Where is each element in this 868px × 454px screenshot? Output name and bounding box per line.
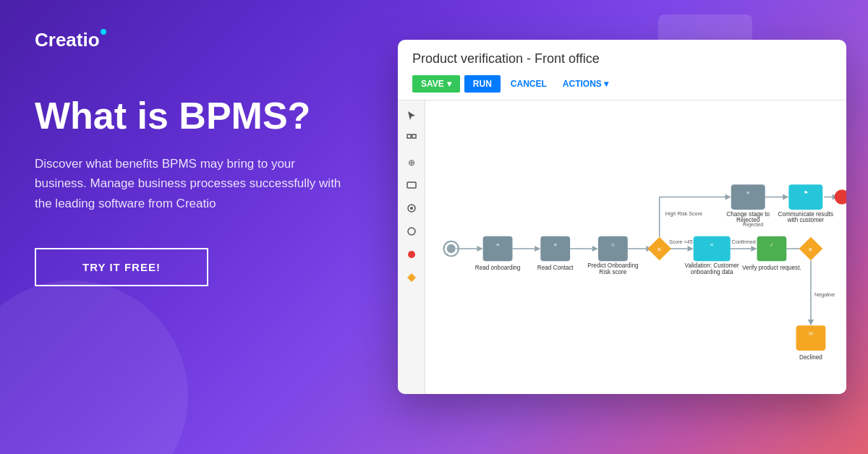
declined-node (796, 325, 826, 351)
svg-text:Read Contact: Read Contact (537, 265, 574, 271)
svg-text:Declined: Declined (799, 354, 822, 361)
cancel-button[interactable]: CANCEL (505, 75, 553, 93)
panel-header: Product verification - Front office SAVE… (398, 40, 846, 100)
cursor-tool[interactable] (402, 106, 421, 125)
svg-rect-3 (412, 134, 416, 138)
shape-tool[interactable] (402, 176, 421, 194)
predict-node (598, 236, 628, 262)
svg-text:Verify product request.: Verify product request. (742, 265, 801, 271)
svg-marker-37 (808, 320, 814, 325)
svg-text:⚑: ⚑ (804, 190, 808, 196)
toolbar: SAVE ▾ RUN CANCEL ACTIONS ▾ (412, 75, 832, 100)
svg-text:Predict Onboarding: Predict Onboarding (587, 262, 639, 269)
svg-text:Negative: Negative (814, 292, 835, 298)
svg-text:Read onboarding: Read onboarding (475, 265, 521, 271)
validation-node (694, 236, 731, 262)
headline: What is BPMS? (35, 95, 370, 137)
svg-point-8 (408, 228, 415, 235)
actions-button[interactable]: ACTIONS ▾ (557, 75, 614, 93)
svg-text:☺: ☺ (610, 242, 616, 248)
run-button[interactable]: RUN (464, 75, 501, 93)
logo-svg: Creatio (35, 26, 129, 52)
circle-tool[interactable] (402, 222, 421, 241)
select-tool[interactable] (402, 129, 421, 148)
left-panel: Creatio What is BPMS? Discover what bene… (0, 0, 405, 454)
svg-marker-16 (592, 246, 598, 252)
toolbox: ⊕ (398, 100, 425, 394)
svg-rect-2 (407, 134, 411, 138)
svg-text:≡: ≡ (554, 242, 557, 248)
svg-marker-29 (726, 194, 731, 200)
diamond-tool[interactable] (402, 268, 421, 287)
svg-point-39 (447, 244, 456, 253)
svg-rect-5 (407, 182, 416, 188)
cta-button[interactable]: TRY IT FREE! (35, 248, 208, 286)
svg-text:Rejected: Rejected (736, 217, 760, 223)
canvas-area: ⊕ (398, 100, 846, 394)
right-panel: Product verification - Front office SAVE… (398, 40, 846, 394)
change-stage-node (731, 184, 765, 210)
svg-marker-32 (783, 194, 788, 200)
read-contact-node (540, 236, 570, 262)
svg-marker-20 (687, 246, 693, 252)
svg-text:≡: ≡ (710, 242, 713, 248)
svg-text:≡: ≡ (496, 242, 499, 248)
subtext: Discover what benefits BPMS may bring to… (35, 154, 346, 213)
svg-text:✕: ✕ (808, 247, 813, 253)
svg-text:Validation: Customer: Validation: Customer (685, 262, 739, 269)
svg-marker-23 (751, 246, 757, 252)
diagram-svg: Score <45 Confirmed High Risk Score Reje… (425, 100, 846, 394)
red-circle-tool[interactable] (402, 245, 421, 264)
svg-text:⊕: ⊕ (408, 158, 415, 167)
svg-text:✓: ✓ (770, 242, 774, 248)
svg-point-1 (101, 29, 106, 35)
logo: Creatio (35, 26, 370, 52)
svg-point-7 (410, 207, 413, 210)
communicate-node (788, 184, 822, 210)
star-tool[interactable] (402, 199, 421, 218)
svg-text:Confirmed: Confirmed (732, 239, 756, 245)
panel-title: Product verification - Front office (412, 51, 832, 67)
svg-marker-10 (407, 273, 416, 282)
svg-text:✕: ✕ (657, 247, 662, 253)
end-node (835, 189, 846, 204)
svg-text:Creatio: Creatio (35, 29, 100, 51)
read-onboarding-node (483, 236, 513, 262)
svg-text:Score <45: Score <45 (669, 239, 693, 245)
process-canvas: Score <45 Confirmed High Risk Score Reje… (425, 100, 846, 394)
save-button[interactable]: SAVE ▾ (412, 75, 460, 93)
svg-text:✉: ✉ (809, 331, 813, 337)
verify-node (757, 236, 786, 262)
svg-text:High Risk Score: High Risk Score (665, 211, 702, 217)
svg-marker-12 (477, 246, 482, 252)
svg-text:with customer: with customer (787, 217, 825, 223)
actions-arrow-icon: ▾ (604, 79, 608, 89)
svg-marker-14 (535, 246, 540, 252)
svg-text:≡: ≡ (746, 190, 749, 196)
svg-text:Risk score: Risk score (599, 269, 627, 275)
svg-text:onboarding data: onboarding data (691, 269, 733, 275)
move-tool[interactable]: ⊕ (402, 153, 421, 171)
dropdown-arrow-icon: ▾ (447, 79, 451, 89)
svg-point-9 (408, 251, 415, 258)
